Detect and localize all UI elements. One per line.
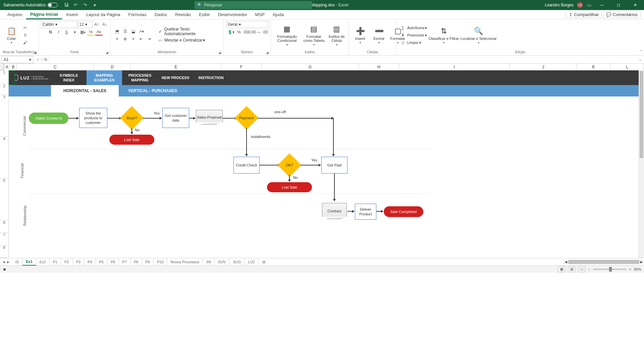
paste-button[interactable]: 📋 Colar ▾	[3, 26, 20, 44]
tab-home[interactable]: Página Inicial	[26, 10, 62, 19]
sheet-tab[interactable]: SUG	[229, 258, 245, 266]
sheet-tab[interactable]: LUZ	[245, 258, 259, 266]
bold-button[interactable]: N	[47, 29, 54, 36]
column-header[interactable]: I	[399, 64, 510, 70]
tab-view[interactable]: Exibir	[195, 10, 214, 19]
align-center-icon[interactable]: ≣	[121, 36, 129, 42]
decrease-font-icon[interactable]: A↓	[101, 21, 109, 28]
vertical-scrollbar[interactable]	[639, 70, 644, 258]
zoom-slider[interactable]	[593, 269, 627, 270]
sheet-tab[interactable]: P8	[130, 258, 142, 266]
avatar[interactable]: LB	[577, 2, 583, 8]
sheet-tab[interactable]: Novos Processos	[167, 258, 203, 266]
indent-decrease-icon[interactable]: ⇤	[138, 36, 145, 42]
row-header[interactable]: 8	[0, 246, 9, 258]
maximize-button[interactable]: ◻	[612, 0, 625, 10]
shape-start[interactable]: Visitor Comes In	[29, 113, 68, 124]
nav-item[interactable]: SYMBOLSINDEX	[51, 70, 87, 85]
nav-item[interactable]: MAPPINGEXAMPLES	[87, 70, 122, 85]
increase-decimal-icon[interactable]: .00→	[252, 29, 259, 36]
dialog-launcher-icon[interactable]: ◢	[34, 51, 38, 55]
nav-item[interactable]: INSTRUCTION	[193, 70, 229, 85]
shape-process[interactable]: Get Paid	[321, 157, 347, 173]
column-header[interactable]: K	[577, 64, 610, 70]
row-header[interactable]: 1	[0, 70, 9, 84]
nav-item[interactable]: NEW PROCESS	[158, 70, 193, 85]
horizontal-scrollbar[interactable]: ◄ ►	[564, 260, 644, 264]
page-layout-view-button[interactable]: ▤	[568, 266, 575, 272]
align-middle-icon[interactable]: ☰	[121, 28, 129, 35]
shape-terminator-lost[interactable]: Lost Sale	[109, 135, 154, 145]
shape-decision-payment[interactable]: Payment	[235, 106, 259, 130]
sheet-nav-arrows[interactable]: ◄►	[0, 260, 12, 264]
merge-center-button[interactable]: ▭Mesclar e Centralizar ▾	[156, 37, 220, 44]
underline-button[interactable]: S	[63, 29, 70, 36]
align-top-icon[interactable]: ⬒	[113, 28, 121, 35]
sheet-tab[interactable]: P6	[107, 258, 119, 266]
zoom-thumb[interactable]	[609, 267, 612, 272]
shape-decision-ok[interactable]: OK?	[278, 153, 302, 177]
borders-icon[interactable]: ▦▾	[79, 29, 87, 36]
sheet-tab[interactable]: P7	[119, 258, 130, 266]
shape-decision-buys[interactable]: Buys?	[120, 106, 144, 130]
shape-process[interactable]: Get customer data	[162, 108, 189, 128]
scroll-left-icon[interactable]: ◄	[564, 260, 568, 264]
cancel-icon[interactable]: ✕	[36, 57, 40, 62]
sheet-tab[interactable]: Ex2	[36, 258, 50, 266]
align-bottom-icon[interactable]: ⬓	[129, 28, 137, 35]
tab-data[interactable]: Dados	[151, 10, 171, 19]
search-input[interactable]: 🔍 Pesquisar	[195, 1, 312, 9]
shape-terminator-completed[interactable]: Sale Completed	[384, 206, 423, 217]
nav-item[interactable]: PROCESSESMAPPING	[122, 70, 158, 85]
autosave-toggle[interactable]: Salvamento Automático	[0, 3, 61, 7]
tab-help[interactable]: Ajuda	[269, 10, 288, 19]
close-button[interactable]: ✕	[629, 0, 642, 10]
save-icon[interactable]: 🖫	[64, 2, 69, 8]
row-header[interactable]: 5	[0, 179, 9, 220]
expand-formula-bar-icon[interactable]: ⌄	[637, 57, 644, 62]
zoom-out-button[interactable]: −	[588, 267, 590, 271]
row-header[interactable]: 7	[0, 233, 9, 245]
scroll-right-icon[interactable]: ►	[640, 260, 643, 264]
autosum-button[interactable]: ∑AutoSoma ▾	[399, 24, 427, 31]
column-header[interactable]: E	[131, 64, 221, 70]
sheet-prev-icon[interactable]: ◄	[2, 260, 6, 264]
zoom-in-button[interactable]: +	[629, 267, 631, 271]
row-header[interactable]: 3	[0, 95, 9, 137]
collapse-ribbon-icon[interactable]: ˇ	[641, 50, 642, 55]
tab-file[interactable]: Arquivo	[3, 10, 26, 19]
column-header[interactable]: H	[359, 64, 399, 70]
percent-icon[interactable]: %	[235, 29, 243, 36]
row-header[interactable]: 4	[0, 137, 9, 179]
format-painter-icon[interactable]: 🖌	[21, 39, 29, 46]
share-button[interactable]: ⇪Compartilhar	[566, 11, 602, 18]
shape-process[interactable]: Show the products to customer	[79, 108, 107, 128]
cut-icon[interactable]: ✂	[21, 24, 29, 31]
sheet-tab[interactable]: DUV	[215, 258, 229, 266]
align-left-icon[interactable]: ≡	[113, 36, 121, 42]
sheet-tab[interactable]: P1	[50, 258, 61, 266]
dialog-launcher-icon[interactable]: ◢	[106, 51, 110, 55]
toggle-icon[interactable]	[48, 3, 58, 7]
minimize-button[interactable]: ―	[595, 0, 608, 10]
tab-developer[interactable]: Desenvolvedor	[214, 10, 251, 19]
column-header[interactable]: D	[94, 64, 131, 70]
canvas[interactable]: LUZ Planilhas Empresariais SYMBOLSINDEXM…	[9, 70, 644, 258]
font-name-combo[interactable]: Calibri▾	[41, 21, 77, 28]
sheet-tab[interactable]: P10	[154, 258, 167, 266]
scrollbar-thumb[interactable]	[568, 260, 639, 264]
sheet-next-icon[interactable]: ►	[6, 260, 10, 264]
wrap-text-button[interactable]: ↲Quebrar Texto Automaticamente	[156, 27, 220, 36]
number-format-combo[interactable]: Geral▾	[226, 21, 268, 28]
column-header[interactable]: F	[221, 64, 262, 70]
sheet-tab[interactable]: P5	[96, 258, 107, 266]
normal-view-button[interactable]: ▦	[558, 266, 565, 272]
copy-icon[interactable]: ⎘	[21, 32, 29, 39]
page-break-view-button[interactable]: ▭	[578, 266, 585, 272]
tab-formulas[interactable]: Fórmulas	[124, 10, 151, 19]
shape-process[interactable]: Deliver Product	[355, 204, 376, 220]
formula-input[interactable]	[50, 56, 637, 63]
sheet-tab[interactable]: P3	[73, 258, 84, 266]
conditional-formatting-button[interactable]: ▦Formatação Condicional▾	[274, 24, 300, 46]
ribbon-display-icon[interactable]: ▭	[586, 2, 592, 8]
